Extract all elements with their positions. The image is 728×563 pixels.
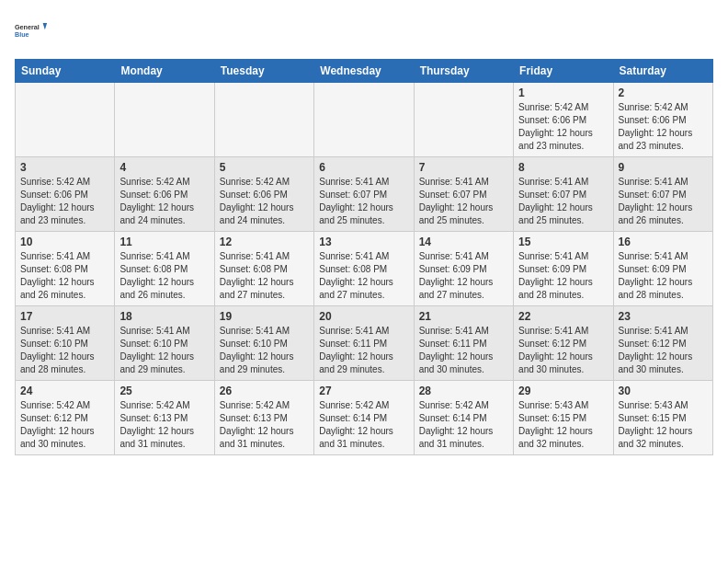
calendar-cell: 9Sunrise: 5:41 AM Sunset: 6:07 PM Daylig…	[613, 157, 712, 232]
day-info: Sunrise: 5:41 AM Sunset: 6:10 PM Dayligh…	[119, 325, 209, 376]
calendar-cell: 18Sunrise: 5:41 AM Sunset: 6:10 PM Dayli…	[115, 306, 214, 381]
svg-text:Blue: Blue	[15, 30, 29, 39]
day-number: 29	[518, 385, 608, 397]
calendar-cell: 29Sunrise: 5:43 AM Sunset: 6:15 PM Dayli…	[514, 381, 613, 455]
day-info: Sunrise: 5:42 AM Sunset: 6:06 PM Dayligh…	[518, 101, 608, 153]
day-number: 13	[319, 236, 408, 248]
day-info: Sunrise: 5:42 AM Sunset: 6:06 PM Dayligh…	[619, 101, 708, 153]
calendar-table: SundayMondayTuesdayWednesdayThursdayFrid…	[15, 59, 713, 455]
day-info: Sunrise: 5:41 AM Sunset: 6:09 PM Dayligh…	[518, 250, 608, 302]
weekday-header: Friday	[514, 60, 613, 83]
weekday-header: Monday	[115, 60, 214, 83]
day-number: 2	[619, 86, 708, 99]
day-info: Sunrise: 5:41 AM Sunset: 6:08 PM Dayligh…	[20, 250, 109, 302]
day-info: Sunrise: 5:41 AM Sunset: 6:08 PM Dayligh…	[220, 250, 309, 302]
calendar-cell: 22Sunrise: 5:41 AM Sunset: 6:12 PM Dayli…	[514, 306, 613, 381]
day-info: Sunrise: 5:42 AM Sunset: 6:06 PM Dayligh…	[220, 176, 309, 227]
day-info: Sunrise: 5:41 AM Sunset: 6:07 PM Dayligh…	[619, 176, 708, 227]
day-info: Sunrise: 5:41 AM Sunset: 6:12 PM Dayligh…	[619, 325, 708, 376]
weekday-header: Tuesday	[214, 60, 313, 83]
calendar-cell: 21Sunrise: 5:41 AM Sunset: 6:11 PM Dayli…	[414, 306, 513, 381]
calendar-cell: 17Sunrise: 5:41 AM Sunset: 6:10 PM Dayli…	[16, 306, 115, 381]
day-number: 24	[20, 385, 109, 397]
day-number: 3	[20, 161, 109, 174]
calendar-cell	[314, 83, 414, 157]
day-info: Sunrise: 5:43 AM Sunset: 6:15 PM Dayligh…	[518, 399, 608, 451]
calendar-cell: 4Sunrise: 5:42 AM Sunset: 6:06 PM Daylig…	[115, 157, 214, 232]
day-info: Sunrise: 5:41 AM Sunset: 6:10 PM Dayligh…	[220, 325, 309, 376]
calendar-cell: 23Sunrise: 5:41 AM Sunset: 6:12 PM Dayli…	[613, 306, 712, 381]
day-number: 15	[518, 236, 608, 248]
day-info: Sunrise: 5:41 AM Sunset: 6:09 PM Dayligh…	[419, 250, 508, 302]
calendar-cell: 2Sunrise: 5:42 AM Sunset: 6:06 PM Daylig…	[613, 83, 712, 157]
svg-text:General: General	[15, 23, 40, 31]
day-info: Sunrise: 5:41 AM Sunset: 6:12 PM Dayligh…	[518, 325, 608, 376]
weekday-header: Sunday	[16, 60, 115, 83]
day-number: 5	[220, 161, 309, 174]
day-info: Sunrise: 5:42 AM Sunset: 6:06 PM Dayligh…	[20, 176, 109, 227]
calendar-cell: 26Sunrise: 5:42 AM Sunset: 6:13 PM Dayli…	[214, 381, 313, 455]
day-number: 23	[619, 310, 708, 323]
day-info: Sunrise: 5:42 AM Sunset: 6:06 PM Dayligh…	[119, 176, 209, 227]
calendar-cell: 11Sunrise: 5:41 AM Sunset: 6:08 PM Dayli…	[115, 232, 214, 306]
day-number: 10	[20, 236, 109, 248]
day-number: 9	[619, 161, 708, 174]
calendar-cell: 19Sunrise: 5:41 AM Sunset: 6:10 PM Dayli…	[214, 306, 313, 381]
calendar-cell: 30Sunrise: 5:43 AM Sunset: 6:15 PM Dayli…	[613, 381, 712, 455]
day-number: 19	[220, 310, 309, 323]
weekday-header: Wednesday	[314, 60, 414, 83]
day-number: 18	[119, 310, 209, 323]
calendar-cell: 28Sunrise: 5:42 AM Sunset: 6:14 PM Dayli…	[414, 381, 513, 455]
calendar-cell: 12Sunrise: 5:41 AM Sunset: 6:08 PM Dayli…	[214, 232, 313, 306]
calendar-cell: 6Sunrise: 5:41 AM Sunset: 6:07 PM Daylig…	[314, 157, 414, 232]
calendar-cell: 8Sunrise: 5:41 AM Sunset: 6:07 PM Daylig…	[514, 157, 613, 232]
day-info: Sunrise: 5:42 AM Sunset: 6:14 PM Dayligh…	[419, 399, 508, 451]
logo-icon: General Blue	[15, 15, 48, 48]
calendar-cell: 20Sunrise: 5:41 AM Sunset: 6:11 PM Dayli…	[314, 306, 414, 381]
day-number: 26	[220, 385, 309, 397]
weekday-header-row: SundayMondayTuesdayWednesdayThursdayFrid…	[16, 60, 713, 83]
day-number: 16	[619, 236, 708, 248]
day-number: 11	[119, 236, 209, 248]
day-info: Sunrise: 5:41 AM Sunset: 6:11 PM Dayligh…	[419, 325, 508, 376]
day-info: Sunrise: 5:42 AM Sunset: 6:12 PM Dayligh…	[20, 399, 109, 451]
calendar-cell: 3Sunrise: 5:42 AM Sunset: 6:06 PM Daylig…	[16, 157, 115, 232]
day-info: Sunrise: 5:42 AM Sunset: 6:13 PM Dayligh…	[220, 399, 309, 451]
calendar-week-row: 1Sunrise: 5:42 AM Sunset: 6:06 PM Daylig…	[16, 83, 713, 157]
calendar-cell: 10Sunrise: 5:41 AM Sunset: 6:08 PM Dayli…	[16, 232, 115, 306]
day-info: Sunrise: 5:42 AM Sunset: 6:14 PM Dayligh…	[319, 399, 408, 451]
logo: General Blue	[15, 15, 48, 48]
calendar-cell	[214, 83, 313, 157]
day-info: Sunrise: 5:41 AM Sunset: 6:11 PM Dayligh…	[319, 325, 408, 376]
weekday-header: Thursday	[414, 60, 513, 83]
day-number: 12	[220, 236, 309, 248]
day-number: 4	[119, 161, 209, 174]
day-number: 30	[619, 385, 708, 397]
page-header: General Blue	[15, 15, 713, 48]
day-number: 21	[419, 310, 508, 323]
day-number: 1	[518, 86, 608, 99]
calendar-cell: 13Sunrise: 5:41 AM Sunset: 6:08 PM Dayli…	[314, 232, 414, 306]
calendar-cell: 16Sunrise: 5:41 AM Sunset: 6:09 PM Dayli…	[613, 232, 712, 306]
day-info: Sunrise: 5:41 AM Sunset: 6:07 PM Dayligh…	[419, 176, 508, 227]
calendar-week-row: 3Sunrise: 5:42 AM Sunset: 6:06 PM Daylig…	[16, 157, 713, 232]
day-info: Sunrise: 5:43 AM Sunset: 6:15 PM Dayligh…	[619, 399, 708, 451]
calendar-week-row: 24Sunrise: 5:42 AM Sunset: 6:12 PM Dayli…	[16, 381, 713, 455]
day-info: Sunrise: 5:41 AM Sunset: 6:07 PM Dayligh…	[518, 176, 608, 227]
day-number: 27	[319, 385, 408, 397]
calendar-cell: 25Sunrise: 5:42 AM Sunset: 6:13 PM Dayli…	[115, 381, 214, 455]
day-number: 28	[419, 385, 508, 397]
calendar-cell: 27Sunrise: 5:42 AM Sunset: 6:14 PM Dayli…	[314, 381, 414, 455]
calendar-cell	[115, 83, 214, 157]
calendar-cell: 24Sunrise: 5:42 AM Sunset: 6:12 PM Dayli…	[16, 381, 115, 455]
calendar-cell: 14Sunrise: 5:41 AM Sunset: 6:09 PM Dayli…	[414, 232, 513, 306]
day-info: Sunrise: 5:41 AM Sunset: 6:07 PM Dayligh…	[319, 176, 408, 227]
day-number: 6	[319, 161, 408, 174]
day-info: Sunrise: 5:42 AM Sunset: 6:13 PM Dayligh…	[119, 399, 209, 451]
calendar-cell	[414, 83, 513, 157]
day-number: 7	[419, 161, 508, 174]
day-number: 17	[20, 310, 109, 323]
calendar-cell: 5Sunrise: 5:42 AM Sunset: 6:06 PM Daylig…	[214, 157, 313, 232]
weekday-header: Saturday	[613, 60, 712, 83]
day-number: 14	[419, 236, 508, 248]
